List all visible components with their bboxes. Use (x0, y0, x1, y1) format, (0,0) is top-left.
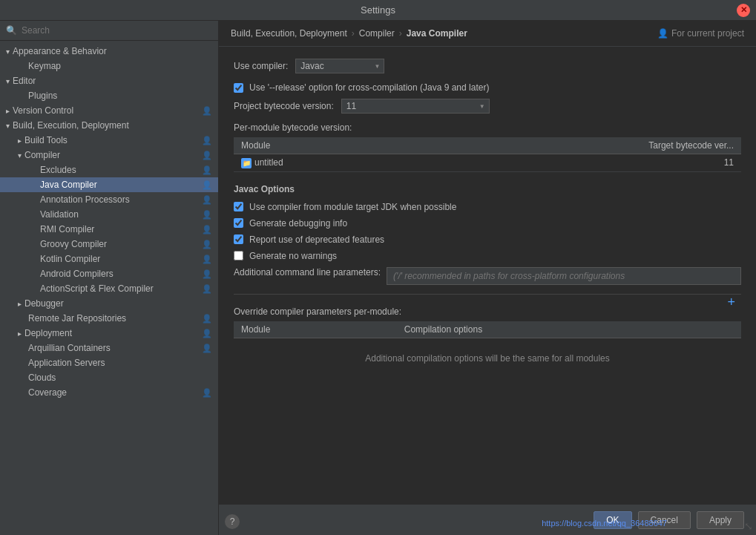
cross-compile-row[interactable]: Use '--release' option for cross-compila… (234, 82, 741, 93)
sidebar-item-version-control[interactable]: ▸Version Control👤 (0, 103, 218, 118)
sidebar-item-label: Version Control (13, 105, 73, 116)
person-icon: 👤 (202, 344, 212, 353)
sidebar-item-label: Compiler (24, 150, 60, 160)
person-icon: 👤 (202, 210, 212, 220)
compiler-select-wrapper[interactable]: Javac Eclipse Ajc (295, 59, 384, 73)
sidebar-item-label: Remote Jar Repositories (28, 313, 126, 324)
sidebar-item-rmi-compiler[interactable]: RMI Compiler👤 (0, 222, 218, 237)
override-label: Override compiler parameters per-module: (234, 306, 741, 317)
person-icon: 👤 (202, 195, 212, 205)
javac-option-label-0: Use compiler from module target JDK when… (249, 202, 456, 212)
person-icon: 👤 (202, 314, 212, 324)
sidebar-item-label: Kotlin Compiler (40, 254, 100, 264)
sidebar-item-appearance[interactable]: ▾Appearance & Behavior (0, 44, 218, 59)
javac-option-checkbox-2[interactable] (234, 234, 243, 244)
javac-option-checkbox-0[interactable] (234, 202, 243, 211)
sidebar-item-deployment[interactable]: ▸Deployment👤 (0, 326, 218, 341)
person-icon: 👤 (202, 180, 212, 190)
sidebar-item-compiler[interactable]: ▾Compiler👤 (0, 148, 218, 163)
javac-option-row-3[interactable]: Generate no warnings (234, 251, 741, 261)
close-button[interactable]: ✕ (737, 4, 750, 17)
override-note: Additional compilation options will be t… (234, 344, 741, 372)
javac-option-label-2: Report use of deprecated features (249, 234, 384, 245)
compiler-select[interactable]: Javac Eclipse Ajc (295, 59, 384, 73)
override-table: Module Compilation options (234, 321, 741, 338)
javac-option-label-3: Generate no warnings (249, 251, 337, 261)
arrow-icon: ▸ (18, 137, 22, 145)
sidebar-item-kotlin-compiler[interactable]: Kotlin Compiler👤 (0, 252, 218, 266)
search-box[interactable]: 🔍 (0, 21, 218, 41)
module-cell: 📁untitled (234, 154, 418, 172)
arrow-icon: ▸ (18, 329, 22, 338)
title-bar: Settings ✕ (0, 0, 756, 21)
javac-option-checkbox-1[interactable] (234, 218, 243, 228)
sidebar-item-debugger[interactable]: ▸Debugger (0, 296, 218, 311)
sidebar-item-label: Appearance & Behavior (13, 46, 107, 56)
sidebar-item-application-servers[interactable]: Application Servers (0, 355, 218, 370)
sidebar-item-annotation-processors[interactable]: Annotation Processors👤 (0, 192, 218, 207)
arrow-icon: ▾ (6, 47, 10, 56)
add-override-button[interactable]: + (727, 295, 735, 310)
sidebar-item-remote-jar[interactable]: Remote Jar Repositories👤 (0, 311, 218, 326)
bottom-bar: ? https://blog.csdn.net/qq_36488647 OK C… (219, 505, 756, 535)
sidebar-item-validation[interactable]: Validation👤 (0, 207, 218, 222)
use-compiler-label: Use compiler: (234, 61, 288, 71)
sidebar-item-clouds[interactable]: Clouds (0, 370, 218, 385)
person-icon: 👤 (202, 136, 212, 145)
person-icon: 👤 (202, 255, 212, 264)
sidebar-item-keymap[interactable]: Keymap (0, 59, 218, 73)
sidebar-item-label: Java Compiler (40, 180, 97, 190)
sidebar-item-plugins[interactable]: Plugins (0, 88, 218, 103)
arrow-icon: ▾ (6, 77, 10, 85)
table-row[interactable]: 📁untitled11 (234, 154, 741, 172)
javac-option-row-0[interactable]: Use compiler from module target JDK when… (234, 202, 741, 212)
sidebar-item-java-compiler[interactable]: Java Compiler👤 (0, 177, 218, 192)
cmd-params-input[interactable] (387, 267, 741, 285)
module-col-header: Module (234, 137, 418, 154)
bytecode-version-select[interactable]: 11 8 9 10 12 (341, 99, 490, 114)
sidebar-item-build-tools[interactable]: ▸Build Tools👤 (0, 133, 218, 148)
javac-option-label-1: Generate debugging info (249, 218, 347, 229)
bytecode-select-wrapper[interactable]: 11 8 9 10 12 (341, 99, 490, 114)
module-icon: 📁 (241, 158, 252, 168)
sidebar-item-label: Coverage (28, 387, 67, 398)
sidebar-item-label: Groovy Compiler (40, 239, 107, 249)
sidebar-item-arquillian[interactable]: Arquillian Containers👤 (0, 341, 218, 355)
sidebar-item-label: Clouds (28, 372, 56, 383)
sidebar-item-build-execution[interactable]: ▾Build, Execution, Deployment (0, 118, 218, 133)
cmd-params-row: Additional command line parameters: (234, 267, 741, 285)
resize-handle[interactable]: ⤡ (744, 520, 753, 532)
apply-button[interactable]: Apply (697, 511, 744, 529)
javac-option-row-2[interactable]: Report use of deprecated features (234, 234, 741, 245)
sidebar-item-actionscript-flex[interactable]: ActionScript & Flex Compiler👤 (0, 281, 218, 296)
sidebar-item-excludes[interactable]: Excludes👤 (0, 163, 218, 177)
sidebar-item-android-compilers[interactable]: Android Compilers👤 (0, 266, 218, 281)
person-icon: 👤 (202, 225, 212, 234)
sidebar-item-label: Keymap (28, 61, 61, 71)
target-col-header: Target bytecode ver... (418, 137, 741, 154)
sidebar-item-coverage[interactable]: Coverage👤 (0, 385, 218, 400)
sidebar-item-groovy-compiler[interactable]: Groovy Compiler👤 (0, 237, 218, 252)
sidebar-item-label: Plugins (28, 91, 57, 101)
arrow-icon: ▾ (6, 122, 10, 130)
cross-compile-checkbox[interactable] (234, 83, 243, 93)
sidebar-item-label: Android Compilers (40, 269, 114, 279)
sidebar-item-label: Build, Execution, Deployment (13, 120, 129, 131)
sidebar-item-label: RMI Compiler (40, 224, 94, 234)
person-icon: 👤 (202, 165, 212, 175)
sidebar-item-label: Arquillian Containers (28, 343, 111, 353)
sidebar-item-label: Validation (40, 209, 79, 220)
search-input[interactable] (22, 25, 212, 36)
breadcrumb-part-3: Java Compiler (407, 28, 467, 39)
breadcrumb-sep-1: › (352, 28, 355, 39)
bytecode-version-label: Project bytecode version: (234, 101, 334, 111)
cmd-params-label: Additional command line parameters: (234, 267, 381, 278)
arrow-icon: ▸ (6, 107, 10, 115)
sidebar: 🔍 ▾Appearance & BehaviorKeymap▾EditorPlu… (0, 21, 219, 535)
help-button[interactable]: ? (225, 514, 240, 529)
javac-option-checkbox-3[interactable] (234, 251, 243, 260)
sidebar-item-editor[interactable]: ▾Editor (0, 73, 218, 88)
javac-option-row-1[interactable]: Generate debugging info (234, 218, 741, 229)
breadcrumb: Build, Execution, Deployment › Compiler … (219, 21, 756, 47)
javac-options-title: Javac Options (234, 184, 741, 194)
